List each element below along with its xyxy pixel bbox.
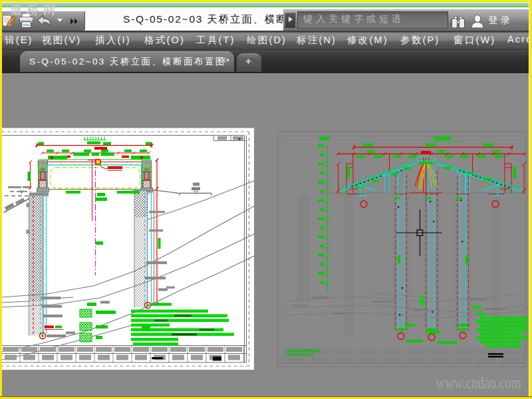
svg-text:www.cndao.com: www.cndao.com xyxy=(436,373,521,392)
